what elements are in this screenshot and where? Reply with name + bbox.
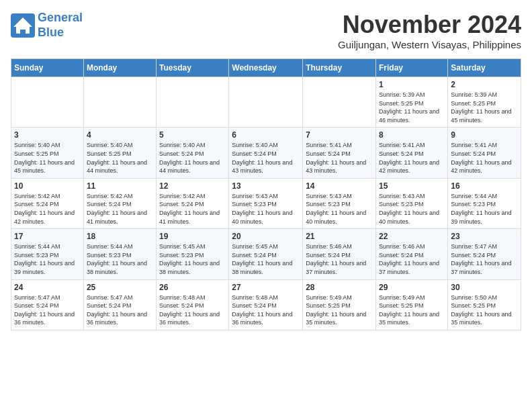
- weekday-header-cell: Thursday: [303, 59, 376, 77]
- logo-icon: [11, 13, 35, 38]
- calendar-day-cell: 24Sunrise: 5:47 AM Sunset: 5:24 PM Dayli…: [11, 279, 84, 330]
- calendar-table: SundayMondayTuesdayWednesdayThursdayFrid…: [11, 58, 521, 330]
- day-number: 14: [306, 181, 373, 191]
- day-number: 7: [306, 130, 373, 140]
- calendar-day-cell: 22Sunrise: 5:46 AM Sunset: 5:24 PM Dayli…: [376, 229, 448, 279]
- day-number: 3: [14, 130, 81, 140]
- day-info: Sunrise: 5:41 AM Sunset: 5:24 PM Dayligh…: [451, 141, 518, 175]
- day-info: Sunrise: 5:40 AM Sunset: 5:24 PM Dayligh…: [232, 141, 300, 175]
- calendar-day-cell: 17Sunrise: 5:44 AM Sunset: 5:23 PM Dayli…: [11, 229, 84, 279]
- day-number: 18: [87, 232, 153, 241]
- calendar-week-row: 10Sunrise: 5:42 AM Sunset: 5:24 PM Dayli…: [11, 178, 521, 228]
- day-info: Sunrise: 5:40 AM Sunset: 5:25 PM Dayligh…: [14, 141, 81, 175]
- day-number: 19: [159, 232, 226, 241]
- day-info: Sunrise: 5:49 AM Sunset: 5:25 PM Dayligh…: [379, 293, 445, 327]
- day-number: 21: [306, 232, 373, 241]
- calendar-day-cell: 14Sunrise: 5:43 AM Sunset: 5:23 PM Dayli…: [303, 178, 376, 228]
- weekday-header-cell: Wednesday: [229, 59, 303, 77]
- title-block: November 2024 Guiljungan, Western Visaya…: [338, 11, 521, 50]
- day-number: 25: [87, 283, 153, 292]
- day-number: 20: [232, 232, 300, 241]
- calendar-week-row: 1Sunrise: 5:39 AM Sunset: 5:25 PM Daylig…: [11, 77, 521, 128]
- day-number: 30: [451, 283, 518, 292]
- day-number: 9: [451, 130, 518, 140]
- day-info: Sunrise: 5:47 AM Sunset: 5:24 PM Dayligh…: [14, 293, 81, 327]
- calendar-day-cell: 19Sunrise: 5:45 AM Sunset: 5:23 PM Dayli…: [157, 229, 229, 279]
- calendar-day-cell: 13Sunrise: 5:43 AM Sunset: 5:23 PM Dayli…: [229, 178, 303, 228]
- day-info: Sunrise: 5:46 AM Sunset: 5:24 PM Dayligh…: [379, 242, 445, 276]
- calendar-day-cell: [157, 77, 229, 128]
- calendar-day-cell: [83, 77, 156, 128]
- calendar-day-cell: 27Sunrise: 5:48 AM Sunset: 5:24 PM Dayli…: [229, 279, 303, 330]
- calendar-day-cell: 20Sunrise: 5:45 AM Sunset: 5:24 PM Dayli…: [229, 229, 303, 279]
- calendar-day-cell: [229, 77, 303, 128]
- calendar-day-cell: 7Sunrise: 5:41 AM Sunset: 5:24 PM Daylig…: [303, 128, 376, 178]
- day-number: 5: [159, 130, 226, 140]
- logo-text: General Blue: [38, 11, 83, 40]
- day-info: Sunrise: 5:42 AM Sunset: 5:24 PM Dayligh…: [87, 192, 153, 226]
- calendar-day-cell: [11, 77, 84, 128]
- calendar-day-cell: 10Sunrise: 5:42 AM Sunset: 5:24 PM Dayli…: [11, 178, 84, 228]
- day-info: Sunrise: 5:48 AM Sunset: 5:24 PM Dayligh…: [159, 293, 226, 327]
- calendar-day-cell: 21Sunrise: 5:46 AM Sunset: 5:24 PM Dayli…: [303, 229, 376, 279]
- day-info: Sunrise: 5:44 AM Sunset: 5:23 PM Dayligh…: [451, 192, 518, 226]
- day-number: 17: [14, 232, 81, 241]
- day-number: 6: [232, 130, 300, 140]
- calendar-day-cell: 25Sunrise: 5:47 AM Sunset: 5:24 PM Dayli…: [83, 279, 156, 330]
- calendar-day-cell: 15Sunrise: 5:43 AM Sunset: 5:23 PM Dayli…: [376, 178, 448, 228]
- calendar-day-cell: 2Sunrise: 5:39 AM Sunset: 5:25 PM Daylig…: [448, 77, 521, 128]
- calendar-week-row: 3Sunrise: 5:40 AM Sunset: 5:25 PM Daylig…: [11, 128, 521, 178]
- day-info: Sunrise: 5:39 AM Sunset: 5:25 PM Dayligh…: [379, 91, 445, 124]
- day-number: 24: [14, 283, 81, 292]
- day-info: Sunrise: 5:43 AM Sunset: 5:23 PM Dayligh…: [306, 192, 373, 226]
- day-info: Sunrise: 5:47 AM Sunset: 5:24 PM Dayligh…: [87, 293, 153, 327]
- weekday-header-row: SundayMondayTuesdayWednesdayThursdayFrid…: [11, 59, 521, 77]
- day-info: Sunrise: 5:40 AM Sunset: 5:24 PM Dayligh…: [159, 141, 226, 175]
- month-title: November 2024: [338, 11, 521, 39]
- day-number: 4: [87, 130, 153, 140]
- calendar-day-cell: 18Sunrise: 5:44 AM Sunset: 5:23 PM Dayli…: [83, 229, 156, 279]
- day-info: Sunrise: 5:41 AM Sunset: 5:24 PM Dayligh…: [379, 141, 445, 175]
- day-number: 15: [379, 181, 445, 191]
- day-info: Sunrise: 5:45 AM Sunset: 5:23 PM Dayligh…: [159, 242, 226, 276]
- calendar-day-cell: 28Sunrise: 5:49 AM Sunset: 5:25 PM Dayli…: [303, 279, 376, 330]
- day-info: Sunrise: 5:45 AM Sunset: 5:24 PM Dayligh…: [232, 242, 300, 276]
- day-info: Sunrise: 5:44 AM Sunset: 5:23 PM Dayligh…: [87, 242, 153, 276]
- day-number: 12: [159, 181, 226, 191]
- calendar-day-cell: 26Sunrise: 5:48 AM Sunset: 5:24 PM Dayli…: [157, 279, 229, 330]
- day-number: 22: [379, 232, 445, 241]
- calendar-day-cell: 11Sunrise: 5:42 AM Sunset: 5:24 PM Dayli…: [83, 178, 156, 228]
- calendar-day-cell: 6Sunrise: 5:40 AM Sunset: 5:24 PM Daylig…: [229, 128, 303, 178]
- day-number: 8: [379, 130, 445, 140]
- calendar-day-cell: [303, 77, 376, 128]
- day-info: Sunrise: 5:48 AM Sunset: 5:24 PM Dayligh…: [232, 293, 300, 327]
- calendar-day-cell: 4Sunrise: 5:40 AM Sunset: 5:25 PM Daylig…: [83, 128, 156, 178]
- calendar-day-cell: 8Sunrise: 5:41 AM Sunset: 5:24 PM Daylig…: [376, 128, 448, 178]
- calendar-week-row: 24Sunrise: 5:47 AM Sunset: 5:24 PM Dayli…: [11, 279, 521, 330]
- calendar-day-cell: 12Sunrise: 5:42 AM Sunset: 5:24 PM Dayli…: [157, 178, 229, 228]
- calendar-day-cell: 5Sunrise: 5:40 AM Sunset: 5:24 PM Daylig…: [157, 128, 229, 178]
- day-number: 16: [451, 181, 518, 191]
- calendar-week-row: 17Sunrise: 5:44 AM Sunset: 5:23 PM Dayli…: [11, 229, 521, 279]
- day-info: Sunrise: 5:49 AM Sunset: 5:25 PM Dayligh…: [306, 293, 373, 327]
- calendar-day-cell: 29Sunrise: 5:49 AM Sunset: 5:25 PM Dayli…: [376, 279, 448, 330]
- day-number: 2: [451, 80, 518, 89]
- day-number: 28: [306, 283, 373, 292]
- day-number: 23: [451, 232, 518, 241]
- day-number: 27: [232, 283, 300, 292]
- logo-line1: General: [38, 11, 83, 24]
- calendar-body: 1Sunrise: 5:39 AM Sunset: 5:25 PM Daylig…: [11, 77, 521, 330]
- day-number: 10: [14, 181, 81, 191]
- weekday-header-cell: Tuesday: [157, 59, 229, 77]
- header: General Blue November 2024 Guiljungan, W…: [11, 11, 521, 50]
- logo-line2: Blue: [38, 26, 64, 39]
- logo: General Blue: [11, 11, 83, 40]
- calendar-day-cell: 30Sunrise: 5:50 AM Sunset: 5:25 PM Dayli…: [448, 279, 521, 330]
- day-info: Sunrise: 5:42 AM Sunset: 5:24 PM Dayligh…: [14, 192, 81, 226]
- calendar-day-cell: 16Sunrise: 5:44 AM Sunset: 5:23 PM Dayli…: [448, 178, 521, 228]
- day-info: Sunrise: 5:41 AM Sunset: 5:24 PM Dayligh…: [306, 141, 373, 175]
- day-info: Sunrise: 5:46 AM Sunset: 5:24 PM Dayligh…: [306, 242, 373, 276]
- day-number: 13: [232, 181, 300, 191]
- calendar-day-cell: 9Sunrise: 5:41 AM Sunset: 5:24 PM Daylig…: [448, 128, 521, 178]
- calendar-day-cell: 23Sunrise: 5:47 AM Sunset: 5:24 PM Dayli…: [448, 229, 521, 279]
